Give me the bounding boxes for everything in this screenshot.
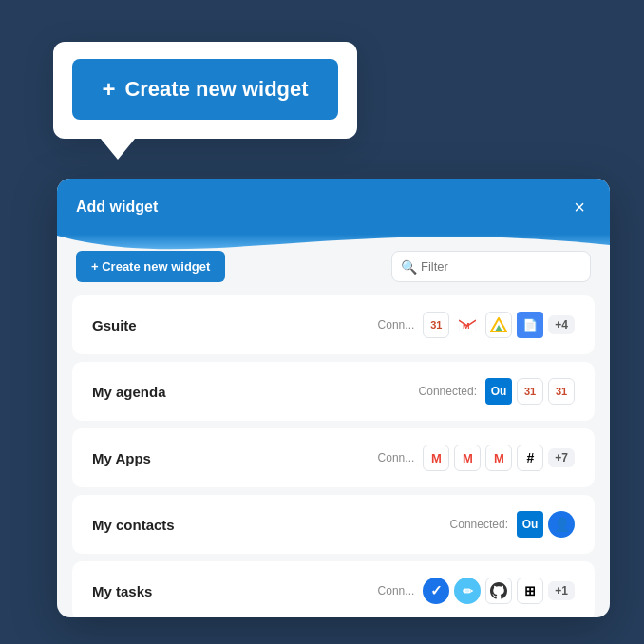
widget-item-tasks[interactable]: My tasks Conn... ✓ ✏ ⊞ +1 xyxy=(72,561,595,617)
conn-label-apps: Conn... xyxy=(378,451,415,464)
create-widget-button-small[interactable]: + Create new widget xyxy=(76,251,225,282)
svg-marker-2 xyxy=(495,325,502,331)
gmail-icon-1: M xyxy=(423,445,449,471)
colorful-apps-icon: ⊞ xyxy=(517,578,543,604)
filter-input-wrap: 🔍 xyxy=(391,251,591,282)
widget-icons-apps: Conn... M M M # +7 xyxy=(378,445,575,471)
tooltip-card: + Create new widget xyxy=(53,42,357,139)
widget-item-contacts[interactable]: My contacts Connected: Ou 👤 xyxy=(72,495,595,554)
conn-label-gsuite: Conn... xyxy=(378,318,415,331)
ms-cal-31b-icon: 31 xyxy=(548,378,575,405)
svg-text:M: M xyxy=(463,321,470,331)
calendar-31-icon: 31 xyxy=(423,312,449,338)
widget-icons-contacts: Connected: Ou 👤 xyxy=(450,511,575,538)
gmail-icon-3: M xyxy=(485,445,512,471)
add-widget-modal: Add widget × + Create new widget 🔍 Gsuit… xyxy=(57,179,610,617)
person-icon: 👤 xyxy=(548,511,575,538)
plus-icon: + xyxy=(102,76,115,103)
pencil-icon: ✏ xyxy=(454,578,481,604)
widget-list: Gsuite Conn... 31 M xyxy=(57,295,610,617)
apps-badge: +7 xyxy=(548,448,575,467)
widget-name-agenda: My agenda xyxy=(92,384,197,400)
ms-cal-31a-icon: 31 xyxy=(517,378,543,405)
gmail-icon: M xyxy=(454,312,481,338)
widget-name-apps: My Apps xyxy=(92,450,197,466)
widget-name-gsuite: Gsuite xyxy=(92,317,197,333)
gdrive-icon xyxy=(485,312,512,338)
github-icon xyxy=(485,578,512,604)
toolbar-row: + Create new widget 🔍 xyxy=(57,251,610,295)
modal-title: Add widget xyxy=(76,199,158,216)
tasks-badge: +1 xyxy=(548,581,575,600)
modal-close-button[interactable]: × xyxy=(568,196,591,218)
filter-input[interactable] xyxy=(391,251,591,282)
conn-label-contacts: Connected: xyxy=(450,518,508,531)
gdocs-icon: 📄 xyxy=(517,312,543,338)
widget-name-contacts: My contacts xyxy=(92,517,197,533)
outlook-icon: Ou xyxy=(485,378,512,405)
gmail-icon-2: M xyxy=(454,445,481,471)
create-widget-small-label: + Create new widget xyxy=(91,259,210,274)
widget-item-gsuite[interactable]: Gsuite Conn... 31 M xyxy=(72,295,595,354)
widget-icons-agenda: Connected: Ou 31 31 xyxy=(419,378,575,405)
conn-label-tasks: Conn... xyxy=(378,584,415,597)
widget-icons-gsuite: Conn... 31 M 📄 +4 xyxy=(378,312,575,338)
create-widget-button-large[interactable]: + Create new widget xyxy=(72,59,338,120)
widget-item-apps[interactable]: My Apps Conn... M M M # +7 xyxy=(72,428,595,487)
widget-icons-tasks: Conn... ✓ ✏ ⊞ +1 xyxy=(378,578,575,604)
check-circle-icon: ✓ xyxy=(423,578,449,604)
modal-header-top: Add widget × xyxy=(76,196,591,218)
tooltip-arrow xyxy=(101,139,135,160)
widget-name-tasks: My tasks xyxy=(92,583,197,599)
conn-label-agenda: Connected: xyxy=(419,385,477,398)
create-widget-label-large: Create new widget xyxy=(124,77,308,102)
search-icon: 🔍 xyxy=(401,259,417,275)
slack-icon: # xyxy=(517,445,543,471)
gsuite-badge: +4 xyxy=(548,315,575,334)
widget-item-agenda[interactable]: My agenda Connected: Ou 31 31 xyxy=(72,362,595,421)
outlook-contacts-icon: Ou xyxy=(517,511,543,538)
